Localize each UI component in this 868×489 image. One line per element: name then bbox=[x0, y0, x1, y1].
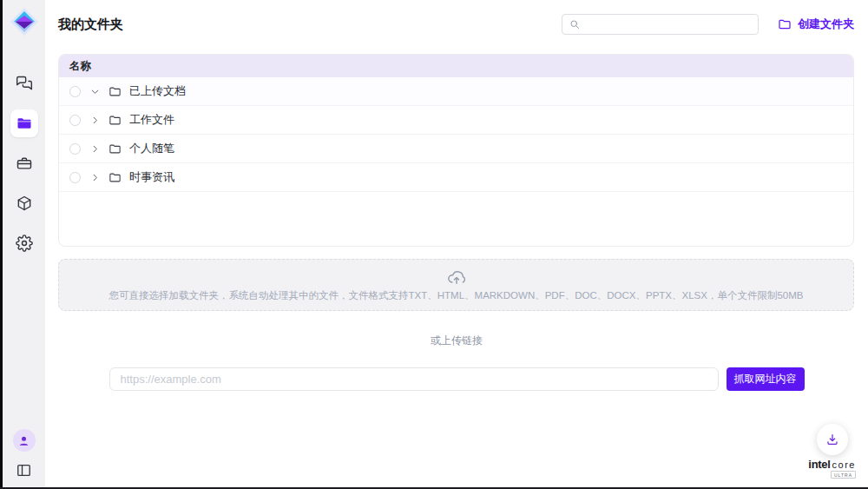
create-folder-button[interactable]: 创建文件夹 bbox=[778, 17, 854, 32]
row-checkbox[interactable] bbox=[69, 143, 81, 155]
folder-table: 名称 已上传文档 工作文件 bbox=[58, 54, 854, 247]
chevron-right-icon[interactable] bbox=[89, 171, 101, 183]
sidebar-item-chat[interactable] bbox=[10, 69, 38, 97]
intel-tier-badge: ultra bbox=[831, 471, 856, 479]
folder-icon bbox=[108, 85, 122, 98]
upload-dropzone[interactable]: 您可直接选择加载文件夹，系统自动处理其中的文件，文件格式支持TXT、HTML、M… bbox=[58, 259, 854, 311]
chat-bubbles-icon bbox=[16, 75, 33, 92]
folder-name: 工作文件 bbox=[129, 112, 174, 128]
download-button[interactable] bbox=[817, 424, 848, 455]
intel-brand-text: intel bbox=[808, 459, 830, 470]
folder-name: 已上传文档 bbox=[129, 83, 186, 99]
cloud-upload-icon bbox=[447, 268, 466, 287]
collapse-sidebar-button[interactable] bbox=[16, 462, 32, 479]
folder-name: 个人随笔 bbox=[129, 141, 174, 156]
folder-row[interactable]: 工作文件 bbox=[59, 106, 853, 135]
sidebar-item-folders[interactable] bbox=[10, 109, 38, 137]
fetch-url-button[interactable]: 抓取网址内容 bbox=[727, 367, 805, 391]
window-left-edge bbox=[0, 0, 3, 489]
folder-plus-icon bbox=[778, 17, 792, 31]
folder-row[interactable]: 时事资讯 bbox=[59, 163, 853, 192]
folder-icon bbox=[108, 142, 122, 155]
row-checkbox[interactable] bbox=[69, 172, 81, 183]
search-input[interactable] bbox=[585, 18, 751, 30]
intel-core-logo: intel core ultra bbox=[808, 459, 856, 479]
account-avatar[interactable] bbox=[13, 429, 36, 452]
user-avatar-icon bbox=[17, 434, 30, 447]
gear-icon bbox=[16, 235, 33, 252]
row-checkbox[interactable] bbox=[69, 86, 81, 97]
sidebar bbox=[3, 0, 45, 487]
topbar: 我的文件夹 创建文件夹 bbox=[45, 0, 868, 49]
sidebar-panel-icon bbox=[16, 462, 32, 479]
upload-hint-text: 您可直接选择加载文件夹，系统自动处理其中的文件，文件格式支持TXT、HTML、M… bbox=[109, 289, 804, 302]
url-upload-row: 抓取网址内容 bbox=[109, 367, 805, 391]
or-upload-link-label: 或上传链接 bbox=[45, 334, 868, 348]
sidebar-item-settings[interactable] bbox=[10, 229, 38, 257]
main-content: 我的文件夹 创建文件夹 名称 已上传文档 bbox=[45, 0, 868, 487]
cube-icon bbox=[16, 195, 33, 212]
table-header-row: 名称 bbox=[59, 55, 853, 77]
download-icon bbox=[825, 433, 839, 446]
folder-name: 时事资讯 bbox=[129, 169, 174, 185]
briefcase-icon bbox=[16, 155, 33, 172]
search-box[interactable] bbox=[562, 14, 759, 35]
folder-row[interactable]: 个人随笔 bbox=[59, 135, 853, 163]
intel-series-text: core bbox=[832, 460, 856, 470]
app-logo-icon bbox=[10, 7, 39, 36]
folder-icon bbox=[16, 115, 33, 132]
chevron-right-icon[interactable] bbox=[89, 142, 101, 155]
page-title: 我的文件夹 bbox=[58, 17, 123, 33]
row-checkbox[interactable] bbox=[69, 115, 81, 126]
chevron-right-icon[interactable] bbox=[89, 114, 101, 126]
corner-widgets: intel core ultra bbox=[808, 424, 856, 479]
sidebar-item-workspace[interactable] bbox=[10, 149, 38, 177]
create-folder-label: 创建文件夹 bbox=[798, 17, 854, 32]
sidebar-nav bbox=[10, 69, 38, 257]
url-input[interactable] bbox=[109, 367, 719, 391]
folder-icon bbox=[108, 114, 122, 127]
sidebar-item-models[interactable] bbox=[10, 189, 38, 217]
folder-icon bbox=[108, 171, 122, 184]
folder-row[interactable]: 已上传文档 bbox=[59, 77, 853, 106]
search-icon bbox=[569, 19, 580, 30]
chevron-down-icon[interactable] bbox=[89, 85, 101, 97]
name-column-header: 名称 bbox=[69, 59, 91, 74]
